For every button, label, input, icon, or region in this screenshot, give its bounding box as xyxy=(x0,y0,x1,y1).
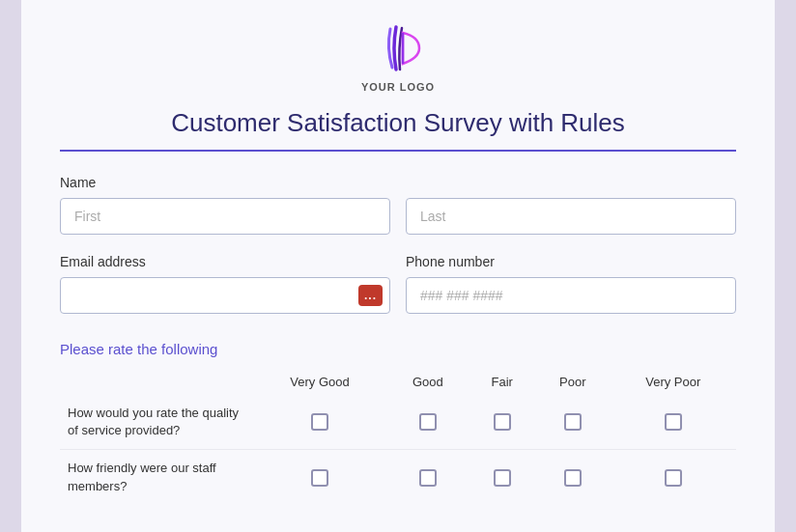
email-field-group: Email address ... xyxy=(60,254,390,314)
phone-label: Phone number xyxy=(406,254,736,269)
logo-text: YOUR LOGO xyxy=(361,81,435,93)
email-label: Email address xyxy=(60,254,390,269)
question-2-text: How friendly were our staff members? xyxy=(60,450,253,505)
good-header: Good xyxy=(386,369,469,395)
q1-good-checkbox[interactable] xyxy=(419,413,437,431)
page-container: YOUR LOGO Customer Satisfaction Survey w… xyxy=(21,0,775,532)
last-name-wrapper xyxy=(406,198,736,235)
q1-fair-cell xyxy=(469,395,535,450)
logo-icon xyxy=(369,19,427,77)
fair-header: Fair xyxy=(469,369,535,395)
survey-title: Customer Satisfaction Survey with Rules xyxy=(60,108,736,138)
phone-field-group: Phone number xyxy=(406,254,736,314)
q2-fair-cell xyxy=(469,450,535,505)
q2-poor-cell xyxy=(535,450,611,505)
q1-very-poor-checkbox[interactable] xyxy=(665,413,682,431)
email-input[interactable] xyxy=(60,277,390,314)
q2-very-good-checkbox[interactable] xyxy=(311,469,328,487)
q2-very-poor-checkbox[interactable] xyxy=(665,469,682,487)
phone-input[interactable] xyxy=(406,277,736,314)
name-label: Name xyxy=(60,175,736,190)
first-name-wrapper xyxy=(60,198,390,235)
svg-point-0 xyxy=(371,21,425,75)
very-poor-header: Very Poor xyxy=(611,369,736,395)
q1-fair-checkbox[interactable] xyxy=(494,413,511,431)
table-row: How would you rate the quality of servic… xyxy=(60,395,736,450)
email-phone-row: Email address ... Phone number xyxy=(60,254,736,333)
question-col-header xyxy=(60,369,253,395)
email-icon-dots: ... xyxy=(364,289,377,302)
very-good-header: Very Good xyxy=(253,369,386,395)
poor-header: Poor xyxy=(535,369,611,395)
last-name-input[interactable] xyxy=(406,198,736,235)
q1-poor-cell xyxy=(535,395,611,450)
q1-very-poor-cell xyxy=(611,395,736,450)
q2-good-cell xyxy=(386,450,469,505)
rating-header-row: Very Good Good Fair Poor Very Poor xyxy=(60,369,736,395)
rating-table: Very Good Good Fair Poor Very Poor How w… xyxy=(60,369,736,505)
rate-section: Please rate the following Very Good Good… xyxy=(60,341,736,505)
q2-good-checkbox[interactable] xyxy=(419,469,437,487)
q1-very-good-cell xyxy=(253,395,386,450)
q1-poor-checkbox[interactable] xyxy=(564,413,582,431)
first-name-input[interactable] xyxy=(60,198,390,235)
table-row: How friendly were our staff members? xyxy=(60,450,736,505)
q2-poor-checkbox[interactable] xyxy=(564,469,582,487)
name-field-group: Name xyxy=(60,175,736,235)
q1-good-cell xyxy=(386,395,469,450)
q1-very-good-checkbox[interactable] xyxy=(311,413,328,431)
logo-area: YOUR LOGO xyxy=(60,19,736,93)
rate-label: Please rate the following xyxy=(60,341,736,357)
title-divider xyxy=(60,150,736,152)
name-row xyxy=(60,198,736,235)
email-icon-button[interactable]: ... xyxy=(358,285,383,306)
q2-fair-checkbox[interactable] xyxy=(494,469,511,487)
email-wrapper: ... xyxy=(60,277,390,314)
q2-very-good-cell xyxy=(253,450,386,505)
q2-very-poor-cell xyxy=(611,450,736,505)
question-1-text: How would you rate the quality of servic… xyxy=(60,395,253,450)
